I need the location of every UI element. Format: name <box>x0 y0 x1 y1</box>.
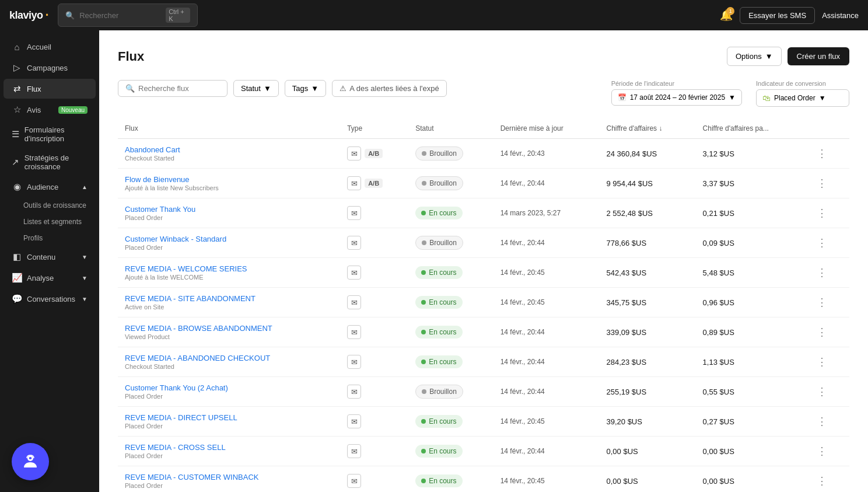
cell-flux-name: Customer Thank You (2 Achat) Placed Orde… <box>118 377 340 407</box>
sidebar-item-analyse[interactable]: 📈 Analyse ▼ <box>4 268 96 288</box>
assistance-button[interactable]: Assistance <box>822 11 859 20</box>
cell-revenue-per: 1,13 $US <box>696 347 806 377</box>
row-menu-button[interactable]: ⋮ <box>813 413 831 430</box>
flux-sub: Placed Order <box>125 244 163 251</box>
sidebar-item-formulaires[interactable]: ☰ Formulaires d'inscription <box>4 121 96 148</box>
cell-type: ✉ <box>340 437 408 466</box>
email-icon: ✉ <box>347 206 361 220</box>
flux-name-link[interactable]: Flow de Bienvenue <box>125 175 333 184</box>
sidebar-item-flux[interactable]: ⇄ Flux <box>4 79 96 99</box>
table-row: REVE MEDIA - BROWSE ABANDONMENT Viewed P… <box>118 317 849 347</box>
email-icon: ✉ <box>347 146 361 160</box>
statut-filter-button[interactable]: Statut ▼ <box>233 80 279 97</box>
row-menu-button[interactable]: ⋮ <box>813 323 831 341</box>
th-flux: Flux <box>118 118 340 139</box>
sidebar-item-campagnes[interactable]: ▷ Campagnes <box>4 58 96 78</box>
chevron-up-icon: ▲ <box>82 184 88 190</box>
cell-statut: En cours <box>408 407 494 437</box>
status-badge: Brouillon <box>415 236 463 250</box>
flux-name-link[interactable]: Customer Thank You <box>125 205 333 214</box>
row-menu-button[interactable]: ⋮ <box>813 442 831 460</box>
bot-avatar[interactable] <box>12 443 49 480</box>
sidebar-sub-outils[interactable]: Outils de croissance <box>0 198 99 213</box>
cell-updated: 14 mars 2023, 5:27 <box>494 198 600 228</box>
cell-updated: 14 févr., 20:44 <box>494 169 600 198</box>
alert-filter-button[interactable]: ⚠ A des alertes liées à l'expé <box>332 80 447 97</box>
row-menu-button[interactable]: ⋮ <box>813 472 831 490</box>
sidebar-sub-listes[interactable]: Listes et segments <box>0 214 99 229</box>
sidebar-item-audience[interactable]: ◉ Audience ▲ <box>4 177 96 197</box>
status-badge: En cours <box>415 296 462 309</box>
flux-name-link[interactable]: REVE MEDIA - BROWSE ABANDONMENT <box>125 324 333 333</box>
flux-name-link[interactable]: Abandoned Cart <box>125 145 333 154</box>
email-icon: ✉ <box>347 176 361 190</box>
flux-name-link[interactable]: REVE MEDIA - CUSTOMER WINBACK <box>125 473 333 481</box>
flux-name-link[interactable]: REVE MEDIA - WELCOME SERIES <box>125 264 333 273</box>
cell-statut: En cours <box>408 198 494 228</box>
options-button[interactable]: Options ▼ <box>727 47 782 66</box>
status-dot <box>422 181 426 186</box>
th-revenue-per: Chiffre d'affaires pa... <box>696 118 806 139</box>
create-flux-button[interactable]: Créer un flux <box>788 47 849 65</box>
tags-filter-button[interactable]: Tags ▼ <box>285 80 326 97</box>
cell-type: ✉ <box>340 407 408 437</box>
notification-button[interactable]: 🔔 1 <box>720 9 733 22</box>
sidebar-sub-profils[interactable]: Profils <box>0 231 99 246</box>
sidebar-item-contenu[interactable]: ◧ Contenu ▼ <box>4 247 96 267</box>
flux-name-link[interactable]: REVE MEDIA - ABANDONED CHECKOUT <box>125 354 333 362</box>
cell-updated: 14 févr., 20:44 <box>494 377 600 407</box>
status-badge: Brouillon <box>415 146 463 160</box>
sidebar-item-accueil[interactable]: ⌂ Accueil <box>4 37 96 57</box>
status-badge: En cours <box>415 326 462 339</box>
flux-search-input[interactable] <box>138 84 220 93</box>
cell-revenue-per: 3,37 $US <box>696 169 806 198</box>
row-menu-button[interactable]: ⋮ <box>813 145 831 162</box>
flux-sub: Checkout Started <box>125 363 174 370</box>
audience-icon: ◉ <box>12 182 22 192</box>
row-menu-button[interactable]: ⋮ <box>813 383 831 400</box>
flux-name-link[interactable]: Customer Thank You (2 Achat) <box>125 383 333 392</box>
cell-flux-name: REVE MEDIA - BROWSE ABANDONMENT Viewed P… <box>118 317 340 347</box>
flux-name-link[interactable]: Customer Winback - Standard <box>125 235 333 243</box>
sidebar-item-strategies[interactable]: ↗ Stratégies de croissance <box>4 149 96 176</box>
flux-name-link[interactable]: REVE MEDIA - CROSS SELL <box>125 443 333 452</box>
cell-revenue: 345,75 $US <box>600 288 696 317</box>
cell-menu: ⋮ <box>806 437 849 466</box>
row-menu-button[interactable]: ⋮ <box>813 294 831 311</box>
strategies-icon: ↗ <box>12 157 20 168</box>
cell-type: ✉ <box>340 288 408 317</box>
bot-icon <box>21 452 40 471</box>
cell-revenue: 778,66 $US <box>600 228 696 258</box>
cell-revenue-per: 0,27 $US <box>696 407 806 437</box>
th-revenue[interactable]: Chiffre d'affaires ↓ <box>600 118 696 139</box>
cell-menu: ⋮ <box>806 407 849 437</box>
cell-updated: 14 févr., 20:45 <box>494 407 600 437</box>
search-filter[interactable]: 🔍 <box>118 80 228 97</box>
row-menu-button[interactable]: ⋮ <box>813 204 831 222</box>
flux-name-link[interactable]: REVE MEDIA - SITE ABANDONMENT <box>125 294 333 303</box>
type-icons: ✉ <box>347 266 401 280</box>
flux-sub: Ajouté à la liste New Subscribers <box>125 184 219 191</box>
cell-statut: Brouillon <box>408 228 494 258</box>
sidebar-item-conversations[interactable]: 💬 Conversations ▼ <box>4 289 96 309</box>
row-menu-button[interactable]: ⋮ <box>813 353 831 371</box>
campaigns-icon: ▷ <box>12 62 22 73</box>
flux-sub: Placed Order <box>125 423 163 430</box>
conversion-picker-button[interactable]: 🛍 Placed Order ▼ <box>756 89 849 107</box>
row-menu-button[interactable]: ⋮ <box>813 175 831 192</box>
cell-menu: ⋮ <box>806 139 849 169</box>
row-menu-button[interactable]: ⋮ <box>813 264 831 281</box>
try-sms-button[interactable]: Essayer les SMS <box>740 7 815 24</box>
cell-revenue-per: 0,21 $US <box>696 198 806 228</box>
flux-icon: ⇄ <box>12 83 22 94</box>
status-dot <box>422 240 426 245</box>
status-badge: En cours <box>415 474 462 487</box>
row-menu-button[interactable]: ⋮ <box>813 234 831 252</box>
cell-statut: En cours <box>408 466 494 493</box>
sidebar-item-avis[interactable]: ☆ Avis Nouveau <box>4 100 96 120</box>
period-picker-button[interactable]: 📅 17 août 2024 – 20 février 2025 ▼ <box>611 89 742 106</box>
search-input[interactable] <box>79 11 161 20</box>
search-bar[interactable]: 🔍 Ctrl + K <box>58 4 198 27</box>
flux-sub: Active on Site <box>125 303 164 310</box>
flux-name-link[interactable]: REVE MEDIA - DIRECT UPSELL <box>125 413 333 422</box>
